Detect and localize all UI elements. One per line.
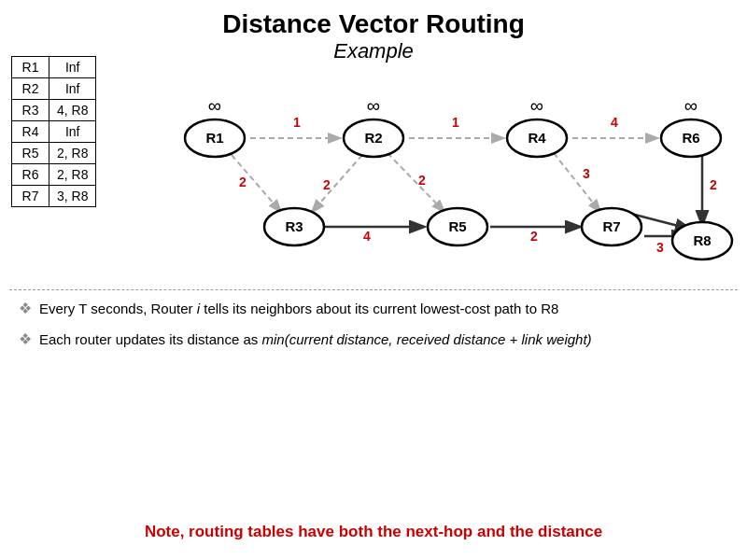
- table-dest: R4: [12, 121, 49, 143]
- table-cost: 2, R8: [49, 164, 96, 186]
- table-cost: 4, R8: [49, 100, 96, 121]
- table-dest: R2: [12, 78, 49, 100]
- svg-text:1: 1: [452, 115, 459, 130]
- svg-text:3: 3: [656, 240, 664, 255]
- table-cost: 3, R8: [49, 186, 96, 207]
- svg-text:4: 4: [611, 115, 618, 130]
- svg-text:3: 3: [583, 166, 590, 181]
- bullet-icon-2: ❖: [19, 330, 32, 348]
- divider: [9, 289, 738, 290]
- bullet-2: ❖ Each router updates its distance as mi…: [19, 329, 728, 349]
- svg-text:R1: R1: [205, 130, 223, 146]
- svg-text:R2: R2: [364, 130, 382, 146]
- svg-text:4: 4: [363, 229, 371, 244]
- table-cost: Inf: [49, 57, 96, 78]
- bullet-icon-1: ❖: [19, 300, 32, 317]
- svg-text:R4: R4: [528, 130, 546, 146]
- table-row: R4Inf: [12, 121, 96, 143]
- svg-line-14: [388, 153, 444, 211]
- note-text: Note, routing tables have both the next-…: [0, 523, 747, 541]
- table-cost: Inf: [49, 121, 96, 143]
- table-row: R52, R8: [12, 143, 96, 164]
- svg-text:1: 1: [293, 115, 301, 130]
- svg-text:∞: ∞: [208, 95, 221, 116]
- table-dest: R6: [12, 164, 49, 186]
- routing-table: R1InfR2InfR34, R8R4InfR52, R8R62, R8R73,…: [11, 56, 96, 207]
- table-dest: R7: [12, 186, 49, 207]
- svg-text:2: 2: [239, 175, 247, 189]
- table-dest: R1: [12, 57, 49, 78]
- main-title: Distance Vector Routing: [0, 9, 747, 39]
- svg-text:R5: R5: [448, 218, 466, 234]
- table-cost: Inf: [49, 78, 96, 100]
- svg-text:R8: R8: [693, 232, 711, 248]
- svg-text:R3: R3: [285, 218, 303, 234]
- svg-text:∞: ∞: [367, 95, 380, 116]
- network-diagram: ∞∞∞∞11422234232R1R2R3R4R5R6R7R8: [121, 45, 738, 287]
- svg-line-12: [313, 155, 362, 211]
- svg-line-16: [554, 153, 599, 211]
- table-row: R34, R8: [12, 100, 96, 121]
- svg-text:2: 2: [323, 177, 331, 192]
- table-row: R1Inf: [12, 57, 96, 78]
- table-dest: R3: [12, 100, 49, 121]
- table-cost: 2, R8: [49, 143, 96, 164]
- svg-text:2: 2: [530, 229, 538, 244]
- svg-text:∞: ∞: [530, 95, 543, 116]
- svg-text:2: 2: [710, 177, 717, 192]
- bullet-1: ❖ Every T seconds, Router i tells its ne…: [19, 299, 728, 318]
- table-row: R62, R8: [12, 164, 96, 186]
- bullet-text-2: Each router updates its distance as min(…: [39, 329, 592, 349]
- svg-text:R6: R6: [682, 130, 699, 146]
- table-dest: R5: [12, 143, 49, 164]
- svg-text:2: 2: [418, 173, 426, 188]
- bullets-section: ❖ Every T seconds, Router i tells its ne…: [19, 299, 728, 360]
- bullet-text-1: Every T seconds, Router i tells its neig…: [39, 299, 558, 318]
- table-row: R2Inf: [12, 78, 96, 100]
- svg-text:R7: R7: [602, 218, 620, 234]
- svg-text:∞: ∞: [684, 95, 698, 116]
- table-row: R73, R8: [12, 186, 96, 207]
